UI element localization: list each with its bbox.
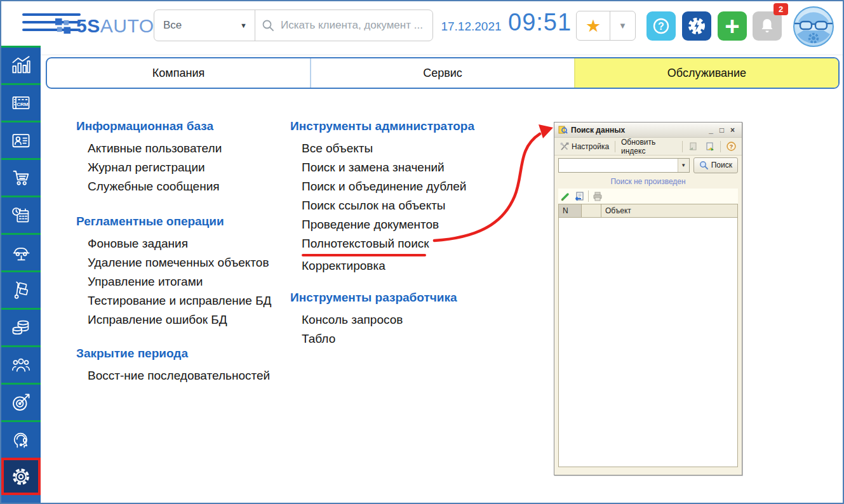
window-titlebar[interactable]: Поиск данных _ □ × <box>554 123 742 138</box>
close-button[interactable]: × <box>727 126 738 135</box>
tab-maintenance-active[interactable]: Обслуживание <box>574 58 838 88</box>
window-toolbar: Настройка Обновить индекс <box>554 138 742 156</box>
menu-link[interactable]: Консоль запросов <box>290 310 403 329</box>
search-icon <box>262 19 274 32</box>
sidebar-item-finance[interactable] <box>1 308 41 345</box>
settings-button[interactable] <box>682 11 711 41</box>
add-new-button[interactable]: + <box>718 11 747 41</box>
help-button[interactable]: ? <box>646 11 676 41</box>
gear-icon <box>10 466 32 487</box>
settings-toolbar-button[interactable]: Настройка <box>558 141 612 152</box>
print-icon-disabled[interactable] <box>593 192 603 201</box>
current-time: 09:51 <box>508 9 572 36</box>
bell-icon <box>758 17 776 35</box>
svg-text:CRM: CRM <box>17 102 29 107</box>
next-result-button[interactable] <box>703 141 717 152</box>
favorites-dropdown-button[interactable]: ▼ <box>610 11 635 40</box>
toolbar-separator <box>588 190 589 202</box>
star-icon: ★ <box>586 16 601 36</box>
results-table-body[interactable] <box>559 218 737 467</box>
app-logo[interactable]: 5SAUTO <box>55 15 154 37</box>
update-index-button[interactable]: Обновить индекс <box>619 136 679 157</box>
menu-link[interactable]: Табло <box>290 329 335 348</box>
menu-link[interactable]: Фоновые задания <box>76 234 188 253</box>
prev-result-button[interactable] <box>686 141 700 152</box>
sidebar-item-logistics[interactable] <box>1 270 41 308</box>
section-header: Инструменты администратора <box>290 119 474 133</box>
crm-icon: CRM <box>11 93 31 113</box>
search-input[interactable] <box>279 18 426 32</box>
menu-link[interactable]: Поиск и объединение дублей <box>290 177 466 196</box>
favorites-group: ★ ▼ <box>576 11 636 41</box>
sidebar: CRM <box>1 46 41 503</box>
favorites-button[interactable]: ★ <box>577 11 610 40</box>
menu-link[interactable]: Все объекты <box>290 139 373 158</box>
sidebar-item-marketing[interactable] <box>1 383 41 420</box>
sidebar-item-planner[interactable] <box>1 196 41 233</box>
sidebar-item-clients[interactable] <box>1 121 41 158</box>
notifications-button[interactable] <box>753 11 782 41</box>
client-card-icon <box>11 130 31 150</box>
search-scope-dropdown[interactable]: Все ▼ <box>154 10 255 41</box>
search-history-dropdown[interactable]: ▼ <box>678 159 689 172</box>
target-icon <box>11 392 31 413</box>
menu-link[interactable]: Поиск ссылок на объекты <box>290 196 446 215</box>
menu-link[interactable]: Восст-ние последовательностей <box>76 366 270 385</box>
gear-bolt-icon <box>687 16 707 36</box>
column-header-n[interactable]: N <box>559 204 582 217</box>
menu-link[interactable]: Служебные сообщения <box>76 177 220 196</box>
menu-link[interactable]: Активные пользователи <box>76 139 222 158</box>
tab-service[interactable]: Сервис <box>310 58 574 88</box>
section-header: Инструменты разработчика <box>290 291 457 305</box>
sidebar-item-crm[interactable]: CRM <box>1 83 41 121</box>
search-submit-button[interactable]: Поиск <box>693 157 738 173</box>
user-avatar[interactable] <box>792 5 835 48</box>
avatar-robot-icon <box>792 5 835 48</box>
sidebar-item-staff[interactable] <box>1 345 41 383</box>
sidebar-item-sales[interactable] <box>1 158 41 196</box>
update-index-label: Обновить индекс <box>621 138 676 156</box>
search-button-label: Поиск <box>711 161 732 169</box>
help-toolbar-button[interactable]: ? <box>724 140 739 152</box>
menu-link[interactable]: Тестирование и исправление БД <box>76 291 271 310</box>
sidebar-item-analytics[interactable] <box>1 46 41 83</box>
search-status-text: Поиск не произведен <box>554 175 742 189</box>
analytics-icon <box>11 55 31 76</box>
help-icon: ? <box>652 17 671 36</box>
menu-link[interactable]: Корректировка <box>290 256 385 275</box>
search-term-field: ▼ <box>558 158 690 173</box>
menu-link[interactable]: Проведение документов <box>290 215 439 234</box>
doc-arrow-disabled-icon <box>688 142 697 151</box>
open-object-icon[interactable] <box>574 192 584 201</box>
sidebar-item-settings-selected[interactable] <box>1 458 41 495</box>
menu-link[interactable]: Удаление помеченных объектов <box>76 253 269 272</box>
section-header: Регламентные операции <box>76 215 271 229</box>
section-dev-tools: Инструменты разработчика Консоль запросо… <box>290 291 457 348</box>
edit-pencil-icon[interactable] <box>561 192 570 201</box>
data-search-window: Поиск данных _ □ × Настройка Обновить ин… <box>554 122 742 475</box>
logo-text: 5SAUTO <box>76 15 154 37</box>
menu-link[interactable]: Поиск и замена значений <box>290 158 445 177</box>
menu-link[interactable]: Управление итогами <box>76 272 203 291</box>
menu-link[interactable]: Исправление ошибок БД <box>76 310 227 329</box>
tab-company[interactable]: Компания <box>47 58 310 88</box>
toolbar-separator <box>682 141 683 152</box>
section-header: Информационная база <box>76 119 222 133</box>
menu-link-fulltext-search[interactable]: Полнотекстовый поиск <box>290 234 429 253</box>
results-table-header: N Объект <box>559 204 737 218</box>
menu-link[interactable]: Журнал регистрации <box>76 158 205 177</box>
sidebar-item-service[interactable] <box>1 233 41 270</box>
logo-icon <box>55 18 72 35</box>
sidebar-item-support[interactable] <box>1 420 41 458</box>
maximize-button[interactable]: □ <box>716 126 727 135</box>
section-scheduled-ops: Регламентные операции Фоновые задания Уд… <box>76 215 271 329</box>
chevron-down-icon: ▼ <box>240 22 247 29</box>
column-header-object[interactable]: Объект <box>601 206 737 215</box>
search-term-input[interactable] <box>559 159 678 172</box>
toolbar-separator <box>720 141 721 152</box>
chevron-down-icon: ▼ <box>681 162 686 168</box>
minimize-button[interactable]: _ <box>706 126 716 135</box>
global-search-group: Все ▼ <box>154 10 433 41</box>
search-scope-value: Все <box>163 19 182 32</box>
column-header-spacer[interactable] <box>582 204 601 217</box>
